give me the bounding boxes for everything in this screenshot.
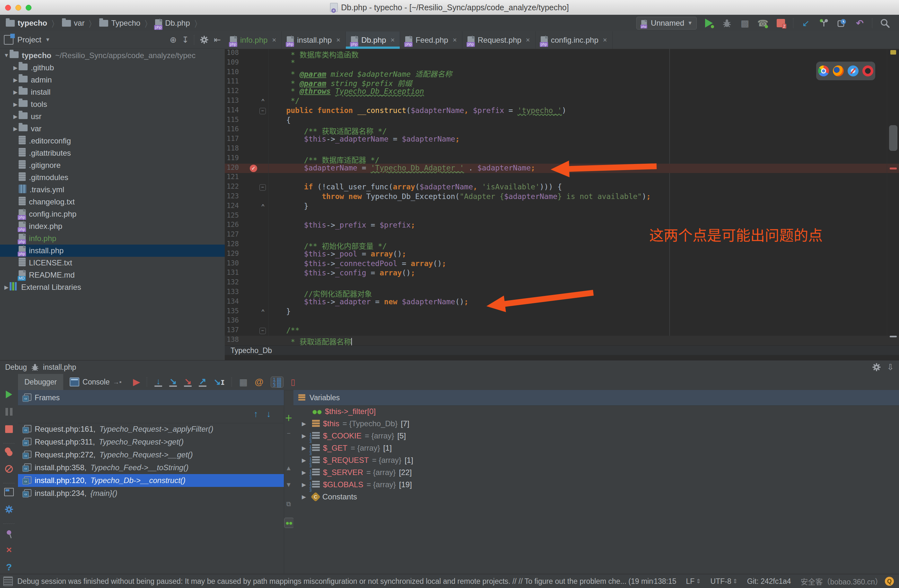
tab-install.php[interactable]: install.php× — [281, 31, 346, 49]
tab-Feed.php[interactable]: Feed.php× — [400, 31, 462, 49]
firefox-icon[interactable] — [833, 65, 844, 76]
editor-scrollbar-stripe[interactable] — [887, 49, 899, 345]
stop-button[interactable] — [0, 423, 18, 435]
encoding-widget[interactable]: UTF-8⇕ — [711, 577, 737, 586]
vcs-update-button[interactable]: ↙ — [800, 17, 812, 29]
tree-item-External Libraries[interactable]: ▶External Libraries — [0, 281, 225, 293]
tree-item-LICENSE.txt[interactable]: LICENSE.txt — [0, 257, 225, 269]
step-out-button[interactable]: ↗ — [199, 377, 207, 387]
collapse-all-button[interactable]: ↧ — [182, 35, 189, 45]
hide-panel-icon[interactable]: ⇩ — [887, 363, 894, 372]
frame-row[interactable]: Request.php:311, Typecho_Request->get() — [18, 435, 284, 448]
step-over-button[interactable]: ↓ — [154, 377, 162, 387]
code-line-124[interactable]: 124^ } — [225, 202, 899, 211]
code-line-136[interactable]: 136 — [225, 316, 899, 326]
code-line-113[interactable]: 113^ */ — [225, 97, 899, 106]
copy-watch-button[interactable]: ⧉ — [284, 498, 293, 509]
code-line-112[interactable]: 112 * @throws Typecho_Db_Exception — [225, 87, 899, 97]
variable-row-$_REQUEST[interactable]: ▶$_REQUEST = {array} [1] — [293, 454, 899, 466]
code-line-117[interactable]: 117 $this->_adapterName = $adapterName; — [225, 135, 899, 144]
listen-debug-connections-button[interactable]: ☎ — [757, 17, 769, 29]
rollback-button[interactable]: ↶ — [854, 17, 866, 29]
opera-icon[interactable] — [862, 65, 873, 76]
tree-item-usr[interactable]: ▶usr — [0, 110, 225, 123]
code-line-116[interactable]: 116 /** 获取适配器名称 */ — [225, 125, 899, 135]
line-separator-widget[interactable]: LF⇕ — [686, 577, 701, 586]
breadcrumb-item-Db.php[interactable]: Db.php — [155, 19, 190, 28]
close-window-button[interactable] — [5, 5, 11, 11]
tree-item-admin[interactable]: ▶admin — [0, 74, 225, 86]
code-line-121[interactable]: 121 — [225, 173, 899, 183]
locate-file-button[interactable]: ⊕ — [170, 35, 177, 45]
tree-item-var[interactable]: ▶var — [0, 123, 225, 135]
resume-button[interactable] — [0, 388, 18, 401]
move-watch-up-button[interactable]: ▲ — [284, 463, 293, 474]
minimize-window-button[interactable] — [15, 5, 21, 11]
tree-toggle-icon[interactable]: ▶ — [302, 433, 309, 440]
close-icon[interactable]: × — [453, 36, 457, 44]
code-line-111[interactable]: 111 * @param string $prefix 前缀 — [225, 77, 899, 87]
gear-icon[interactable] — [200, 35, 209, 44]
tree-toggle-icon[interactable]: ▶ — [302, 420, 309, 427]
tree-item-index.php[interactable]: index.php — [0, 220, 225, 232]
vcs-commit-button[interactable] — [818, 17, 829, 29]
tree-toggle-icon[interactable]: ▶ — [302, 457, 309, 464]
frame-row[interactable]: install.php:234, {main}() — [18, 487, 284, 500]
scrollbar-thumb[interactable] — [889, 125, 897, 151]
threads-view-toggle[interactable]: 1 ▤2 ▤3 ▤ — [271, 377, 284, 388]
tool-window-grip-icon[interactable] — [3, 576, 13, 586]
remove-watch-button[interactable]: − — [284, 428, 293, 439]
code-line-123[interactable]: 123 throw new Typecho_Db_Exception("Adap… — [225, 192, 899, 202]
tree-toggle-icon[interactable]: ▶ — [12, 65, 19, 71]
code-line-133[interactable]: 133 //实例化适配器对象 — [225, 288, 899, 298]
move-watch-down-button[interactable]: ▼ — [284, 479, 293, 490]
breadcrumb-item-typecho[interactable]: typecho — [6, 19, 47, 28]
debug-session-tab[interactable]: install.php — [43, 363, 76, 372]
tree-toggle-icon[interactable]: ▶ — [12, 89, 19, 96]
fold-collapse-icon[interactable]: − — [260, 328, 266, 334]
code-line-132[interactable]: 132 — [225, 278, 899, 288]
close-icon[interactable]: × — [526, 36, 530, 44]
variable-row-Constants[interactable]: ▶CConstants — [293, 491, 899, 503]
close-icon[interactable]: × — [391, 36, 395, 44]
breadcrumb-item-var[interactable]: var — [62, 19, 85, 28]
code-line-138[interactable]: 138 * 获取适配器名称 — [225, 336, 899, 345]
tree-toggle-icon[interactable]: ▶ — [302, 445, 309, 452]
tab-Db.php[interactable]: Db.php× — [346, 31, 400, 49]
trace-button[interactable]: @ — [255, 377, 263, 387]
tab-console[interactable]: Console →▪ — [63, 374, 128, 390]
tree-toggle-icon[interactable]: ▶ — [302, 494, 309, 500]
tree-item-.gitignore[interactable]: .gitignore — [0, 159, 225, 171]
tree-item-.gitmodules[interactable]: .gitmodules — [0, 171, 225, 184]
step-into-button[interactable]: ↘ — [169, 377, 177, 387]
run-button[interactable] — [703, 17, 715, 29]
evaluate-expression-button[interactable]: ▦ — [239, 377, 247, 387]
hide-panel-button[interactable]: ⇤ — [214, 35, 221, 45]
restore-layout-button[interactable] — [0, 486, 18, 498]
tree-item-.travis.yml[interactable]: .travis.yml — [0, 184, 225, 196]
gear-icon[interactable] — [872, 363, 881, 372]
tree-toggle-icon[interactable]: ▶ — [12, 113, 19, 120]
frame-row[interactable]: Request.php:161, Typecho_Request->_apply… — [18, 423, 284, 435]
variable-row-$_GET[interactable]: ▶$_GET = {array} [1] — [293, 442, 899, 454]
watch-row[interactable]: $this->_filter[0] — [293, 405, 899, 418]
console-output-button[interactable]: ▯ — [290, 377, 295, 387]
variable-row-$GLOBALS[interactable]: ▶$GLOBALS = {array} [19] — [293, 478, 899, 491]
mute-breakpoints-button[interactable] — [0, 463, 18, 475]
tree-item-tools[interactable]: ▶tools — [0, 98, 225, 110]
code-line-118[interactable]: 118 — [225, 144, 899, 154]
caret-position-widget[interactable]: 138:15 — [654, 577, 676, 586]
fold-collapse-icon[interactable]: − — [260, 108, 266, 114]
tree-item-info.php[interactable]: info.php — [0, 232, 225, 245]
code-line-109[interactable]: 109 * — [225, 59, 899, 68]
code-line-129[interactable]: 129 $this->_pool = array(); — [225, 250, 899, 259]
code-editor[interactable]: 108 * 数据库类构造函数109 *110 * @param mixed $a… — [225, 49, 899, 345]
tree-item-config.inc.php[interactable]: config.inc.php — [0, 208, 225, 220]
safari-icon[interactable] — [848, 65, 859, 76]
project-panel-title[interactable]: Project — [17, 35, 42, 44]
tree-item-install.php[interactable]: install.php — [0, 245, 225, 257]
recent-changes-button[interactable] — [836, 17, 848, 29]
stop-button[interactable]: 2 — [775, 17, 786, 29]
fold-collapse-icon[interactable]: − — [260, 184, 266, 191]
run-to-cursor-button[interactable]: ↘ɪ — [213, 378, 224, 386]
